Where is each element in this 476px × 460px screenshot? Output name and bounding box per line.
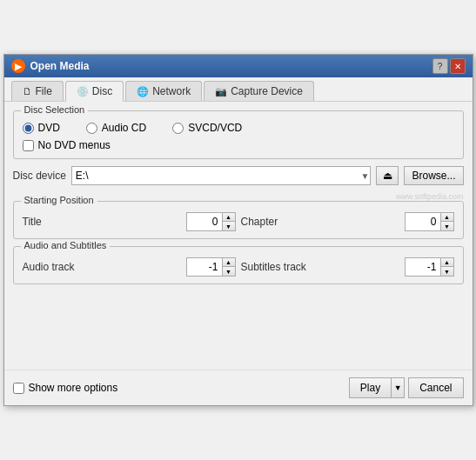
audio-spinbox-input[interactable]: -1 [187,258,222,276]
footer-buttons: Play ▼ Cancel [349,377,464,398]
audio-subtitles-grid: Audio track -1 ▲ ▼ Subtitles track -1 [23,254,454,277]
tab-disc-label: Disc [92,85,112,97]
dvd-radio-label[interactable]: DVD [23,122,60,134]
title-field-label: Title [23,216,181,228]
tab-capture-label: Capture Device [231,85,303,97]
disc-type-radio-row: DVD Audio CD SVCD/VCD [23,118,454,134]
eject-button[interactable]: ⏏ [376,166,399,185]
title-bar: ▶ Open Media ? ✕ [4,55,473,77]
dvd-label: DVD [38,122,60,134]
no-dvd-menus-label: No DVD menus [38,139,111,151]
tab-file-label: File [36,85,52,97]
window-title: Open Media [30,60,90,72]
subtitles-spinbox-down[interactable]: ▼ [441,267,453,276]
help-button[interactable]: ? [432,58,448,74]
content-area: Disc Selection DVD Audio CD SVCD/VCD No … [4,102,473,300]
tab-network[interactable]: 🌐 Network [125,81,202,101]
show-more-checkbox[interactable] [13,383,24,394]
audiocd-radio[interactable] [86,123,97,134]
play-dropdown-arrow[interactable]: ▼ [391,377,405,398]
disc-selection-group: Disc Selection DVD Audio CD SVCD/VCD No … [13,110,464,159]
capture-tab-icon: 📷 [215,86,227,97]
title-bar-left: ▶ Open Media [11,59,90,73]
network-tab-icon: 🌐 [137,86,149,97]
app-icon: ▶ [11,59,25,73]
open-media-window: ▶ Open Media ? ✕ 🗋 File 💿 Disc 🌐 Network… [3,54,473,406]
svcd-radio[interactable] [172,123,184,134]
title-spinbox: 0 ▲ ▼ [186,212,236,231]
audio-spinbox-buttons: ▲ ▼ [222,258,235,276]
svcd-label: SVCD/VCD [188,122,242,134]
no-dvd-menus-row: No DVD menus [23,139,454,151]
audio-subtitles-group: Audio and Subtitles Audio track -1 ▲ ▼ S… [13,246,464,284]
chapter-field-label: Chapter [241,216,399,228]
subtitles-spinbox-input[interactable]: -1 [406,258,440,276]
close-button[interactable]: ✕ [450,58,466,74]
play-button-group: Play ▼ [349,377,405,398]
chapter-spinbox-input[interactable]: 0 [406,213,440,230]
title-buttons: ? ✕ [432,58,466,74]
disc-device-select-wrapper: E:\ ▼ [71,166,372,185]
disc-device-label: Disc device [13,170,66,182]
chapter-spinbox-down[interactable]: ▼ [441,222,453,230]
tab-file[interactable]: 🗋 File [11,81,64,101]
position-grid: Title 0 ▲ ▼ Chapter 0 ▲ [23,209,454,231]
title-spinbox-buttons: ▲ ▼ [222,213,235,230]
no-dvd-menus-checkbox[interactable] [23,140,34,151]
audio-spinbox-up[interactable]: ▲ [223,258,235,267]
subtitles-spinbox-buttons: ▲ ▼ [440,258,453,276]
title-field-row: Title 0 ▲ ▼ [23,212,236,231]
audio-spinbox: -1 ▲ ▼ [186,257,236,277]
show-more-options[interactable]: Show more options [13,382,118,394]
dvd-radio[interactable] [23,123,34,134]
audio-track-label: Audio track [23,261,181,273]
subtitles-spinbox-up[interactable]: ▲ [441,258,453,267]
title-spinbox-up[interactable]: ▲ [223,213,235,222]
disc-tab-icon: 💿 [77,86,89,97]
cancel-button[interactable]: Cancel [408,377,463,398]
subtitles-track-row: Subtitles track -1 ▲ ▼ [241,257,454,277]
subtitles-track-label: Subtitles track [241,261,399,273]
disc-device-row: Disc device E:\ ▼ ⏏ Browse... [13,166,464,185]
disc-device-select[interactable]: E:\ [71,166,372,185]
chapter-spinbox: 0 ▲ ▼ [405,212,454,231]
show-more-label: Show more options [29,382,118,394]
footer: Show more options Play ▼ Cancel [4,370,473,405]
audiocd-radio-label[interactable]: Audio CD [86,122,146,134]
audio-track-row: Audio track -1 ▲ ▼ [23,257,236,277]
audio-spinbox-down[interactable]: ▼ [223,267,235,276]
disc-selection-label: Disc Selection [21,104,89,115]
title-spinbox-input[interactable]: 0 [187,213,222,230]
chapter-spinbox-buttons: ▲ ▼ [440,213,453,230]
audiocd-label: Audio CD [102,122,146,134]
chapter-spinbox-up[interactable]: ▲ [441,213,453,222]
tab-network-label: Network [152,85,191,97]
file-tab-icon: 🗋 [23,86,32,97]
title-spinbox-down[interactable]: ▼ [223,222,235,230]
tab-disc[interactable]: 💿 Disc [65,81,124,102]
tabs-bar: 🗋 File 💿 Disc 🌐 Network 📷 Capture Device [4,77,473,102]
starting-position-group: Starting Position Title 0 ▲ ▼ Chapter [13,201,464,239]
subtitles-spinbox: -1 ▲ ▼ [405,257,454,277]
play-button[interactable]: Play [349,377,391,398]
tab-capture[interactable]: 📷 Capture Device [204,81,314,101]
browse-button[interactable]: Browse... [404,166,463,185]
audio-subtitles-label: Audio and Subtitles [21,240,111,250]
svcd-radio-label[interactable]: SVCD/VCD [172,122,242,134]
chapter-field-row: Chapter 0 ▲ ▼ [241,212,454,231]
starting-position-label: Starting Position [21,195,97,205]
